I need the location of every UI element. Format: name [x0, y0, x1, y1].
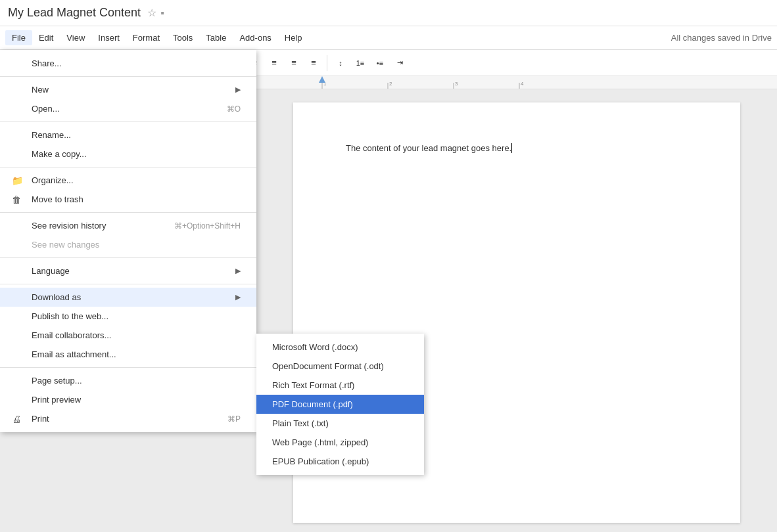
ruler-svg: 1 2 3 4	[256, 76, 777, 89]
menu-item-edit[interactable]: Edit	[32, 30, 60, 45]
menu-publish-web[interactable]: Publish to the web...	[0, 307, 256, 326]
print-shortcut: ⌘P	[227, 414, 241, 424]
publish-web-label: Publish to the web...	[32, 311, 108, 321]
numbered-list-button[interactable]: 1≡	[351, 55, 369, 72]
trash-label: Move to trash	[32, 194, 83, 204]
divider-3	[0, 167, 256, 167]
menu-make-copy[interactable]: Make a copy...	[0, 144, 256, 164]
document-title: My Lead Magnet Content	[8, 6, 141, 20]
svg-rect-0	[256, 76, 777, 89]
pdf-label: PDF Document (.pdf)	[272, 399, 353, 409]
menu-item-insert[interactable]: Insert	[91, 30, 126, 45]
page-setup-label: Page setup...	[32, 376, 82, 386]
align-right-button[interactable]: ≡	[285, 55, 303, 72]
download-rtf[interactable]: Rich Text Format (.rtf)	[256, 376, 424, 395]
menu-item-table[interactable]: Table	[199, 30, 233, 45]
menu-share[interactable]: Share...	[0, 54, 256, 73]
language-label: Language	[32, 266, 70, 276]
download-odt[interactable]: OpenDocument Format (.odt)	[256, 357, 424, 376]
menu-page-setup[interactable]: Page setup...	[0, 371, 256, 390]
print-preview-label: Print preview	[32, 395, 81, 405]
odt-label: OpenDocument Format (.odt)	[272, 361, 384, 371]
download-arrow-icon: ▶	[235, 293, 241, 301]
make-copy-label: Make a copy...	[32, 149, 87, 159]
title-bar: My Lead Magnet Content ☆ ▪	[0, 0, 777, 26]
file-menu-dropdown: Share... New ▶ Open... ⌘O Rename... Make…	[0, 50, 256, 432]
text-cursor	[511, 143, 512, 153]
download-epub[interactable]: EPUB Publication (.epub)	[256, 452, 424, 471]
organize-icon: 📁	[12, 175, 23, 186]
menu-new[interactable]: New ▶	[0, 80, 256, 99]
menu-item-format[interactable]: Format	[126, 30, 166, 45]
print-label: Print	[32, 414, 49, 424]
menu-email-collaborators[interactable]: Email collaborators...	[0, 326, 256, 345]
line-spacing-button[interactable]: ↕	[331, 55, 350, 72]
star-icon[interactable]: ☆	[147, 7, 156, 19]
ruler: 1 2 3 4	[256, 76, 777, 89]
doc-content: The content of your lead magnet goes her…	[346, 142, 688, 156]
email-attachment-label: Email as attachment...	[32, 349, 116, 359]
bullet-list-button[interactable]: •≡	[371, 55, 389, 72]
doc-text: The content of your lead magnet goes her…	[346, 143, 511, 153]
menu-print[interactable]: 🖨 Print ⌘P	[0, 409, 256, 428]
organize-label: Organize...	[32, 175, 74, 185]
toolbar-divider-4	[327, 55, 327, 71]
divider-1	[0, 76, 256, 77]
divider-5	[0, 257, 256, 258]
txt-label: Plain Text (.txt)	[272, 418, 329, 428]
menu-item-addons[interactable]: Add-ons	[233, 30, 277, 45]
svg-text:4: 4	[521, 81, 524, 87]
rtf-label: Rich Text Format (.rtf)	[272, 380, 354, 390]
menu-new-changes: See new changes	[0, 235, 256, 254]
menu-bar: File Edit View Insert Format Tools Table…	[0, 26, 777, 50]
menu-print-preview[interactable]: Print preview	[0, 390, 256, 409]
trash-icon: 🗑	[12, 194, 21, 205]
menu-item-help[interactable]: Help	[278, 30, 309, 45]
revision-shortcut: ⌘+Option+Shift+H	[174, 221, 241, 231]
folder-icon: ▪	[160, 7, 164, 19]
svg-text:3: 3	[455, 81, 458, 87]
menu-organize[interactable]: 📁 Organize...	[0, 171, 256, 190]
divider-4	[0, 212, 256, 213]
menu-item-tools[interactable]: Tools	[166, 30, 199, 45]
menu-trash[interactable]: 🗑 Move to trash	[0, 190, 256, 209]
svg-text:2: 2	[389, 81, 392, 87]
open-shortcut: ⌘O	[227, 104, 241, 114]
email-collaborators-label: Email collaborators...	[32, 330, 111, 340]
menu-item-view[interactable]: View	[60, 30, 91, 45]
download-html[interactable]: Web Page (.html, zipped)	[256, 433, 424, 452]
revision-label: See revision history	[32, 221, 106, 231]
epub-label: EPUB Publication (.epub)	[272, 456, 369, 466]
save-status: All changes saved in Drive	[671, 33, 772, 43]
open-label: Open...	[32, 104, 60, 114]
new-arrow-icon: ▶	[235, 85, 241, 94]
docx-label: Microsoft Word (.docx)	[272, 342, 358, 352]
download-as-label: Download as	[32, 292, 81, 302]
menu-item-file[interactable]: File	[5, 30, 32, 45]
menu-language[interactable]: Language ▶	[0, 261, 256, 280]
download-submenu: Microsoft Word (.docx) OpenDocument Form…	[256, 334, 424, 475]
align-center-button[interactable]: ≡	[265, 55, 283, 72]
new-changes-label: See new changes	[32, 240, 99, 250]
language-arrow-icon: ▶	[235, 267, 241, 275]
divider-7	[0, 367, 256, 368]
menu-revision-history[interactable]: See revision history ⌘+Option+Shift+H	[0, 216, 256, 235]
align-justify-button[interactable]: ≡	[304, 55, 323, 72]
menu-email-attachment[interactable]: Email as attachment...	[0, 345, 256, 364]
divider-2	[0, 122, 256, 122]
divider-6	[0, 284, 256, 284]
print-icon: 🖨	[12, 414, 21, 424]
download-docx[interactable]: Microsoft Word (.docx)	[256, 338, 424, 357]
menu-rename[interactable]: Rename...	[0, 125, 256, 144]
new-label: New	[32, 85, 49, 95]
download-pdf[interactable]: PDF Document (.pdf)	[256, 395, 424, 414]
share-label: Share...	[32, 58, 62, 68]
rename-label: Rename...	[32, 130, 71, 140]
menu-open[interactable]: Open... ⌘O	[0, 99, 256, 118]
indent-button[interactable]: ⇥	[390, 55, 409, 72]
download-txt[interactable]: Plain Text (.txt)	[256, 414, 424, 433]
menu-download-as[interactable]: Download as ▶	[0, 288, 256, 307]
html-label: Web Page (.html, zipped)	[272, 437, 368, 447]
